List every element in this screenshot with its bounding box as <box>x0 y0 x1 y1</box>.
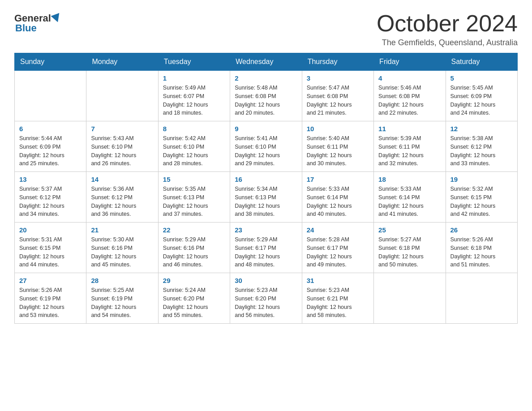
day-info: Sunrise: 5:34 AM Sunset: 6:13 PM Dayligh… <box>235 185 297 218</box>
day-info: Sunrise: 5:39 AM Sunset: 6:11 PM Dayligh… <box>378 134 441 168</box>
day-number: 16 <box>235 176 297 183</box>
calendar-day-cell: 25Sunrise: 5:27 AM Sunset: 6:18 PM Dayli… <box>374 223 446 273</box>
calendar-day-cell: 9Sunrise: 5:41 AM Sunset: 6:10 PM Daylig… <box>230 121 302 172</box>
calendar-day-cell: 24Sunrise: 5:28 AM Sunset: 6:17 PM Dayli… <box>302 223 373 273</box>
calendar-day-cell: 4Sunrise: 5:46 AM Sunset: 6:08 PM Daylig… <box>374 71 446 121</box>
day-number: 9 <box>235 125 297 133</box>
day-number: 14 <box>91 176 153 183</box>
day-info: Sunrise: 5:23 AM Sunset: 6:21 PM Dayligh… <box>307 286 369 320</box>
day-info: Sunrise: 5:37 AM Sunset: 6:12 PM Dayligh… <box>19 185 82 218</box>
day-number: 17 <box>307 176 369 183</box>
calendar-day-cell: 15Sunrise: 5:35 AM Sunset: 6:13 PM Dayli… <box>158 172 230 223</box>
day-info: Sunrise: 5:41 AM Sunset: 6:10 PM Dayligh… <box>235 134 297 168</box>
day-info: Sunrise: 5:29 AM Sunset: 6:17 PM Dayligh… <box>235 235 297 269</box>
calendar-week-row: 20Sunrise: 5:31 AM Sunset: 6:15 PM Dayli… <box>15 223 518 273</box>
day-number: 26 <box>450 226 513 234</box>
calendar-day-cell: 17Sunrise: 5:33 AM Sunset: 6:14 PM Dayli… <box>302 172 373 223</box>
day-number: 31 <box>307 277 369 284</box>
day-number: 13 <box>19 176 82 183</box>
calendar-day-cell: 11Sunrise: 5:39 AM Sunset: 6:11 PM Dayli… <box>374 121 446 172</box>
day-number: 19 <box>450 176 513 183</box>
calendar-body: 1Sunrise: 5:49 AM Sunset: 6:07 PM Daylig… <box>15 71 518 324</box>
day-of-week-header: Monday <box>86 53 158 71</box>
calendar-day-cell <box>15 71 86 121</box>
day-info: Sunrise: 5:36 AM Sunset: 6:12 PM Dayligh… <box>91 185 153 218</box>
day-number: 29 <box>163 277 225 284</box>
calendar-day-cell: 21Sunrise: 5:30 AM Sunset: 6:16 PM Dayli… <box>86 223 158 273</box>
calendar-day-cell: 1Sunrise: 5:49 AM Sunset: 6:07 PM Daylig… <box>158 71 230 121</box>
calendar-day-cell: 16Sunrise: 5:34 AM Sunset: 6:13 PM Dayli… <box>230 172 302 223</box>
day-number: 18 <box>378 176 441 183</box>
day-number: 28 <box>91 277 153 284</box>
day-number: 4 <box>378 74 441 82</box>
calendar-week-row: 6Sunrise: 5:44 AM Sunset: 6:09 PM Daylig… <box>15 121 518 172</box>
day-info: Sunrise: 5:40 AM Sunset: 6:11 PM Dayligh… <box>307 134 369 168</box>
day-info: Sunrise: 5:30 AM Sunset: 6:16 PM Dayligh… <box>91 235 153 269</box>
calendar-week-row: 1Sunrise: 5:49 AM Sunset: 6:07 PM Daylig… <box>15 71 518 121</box>
calendar-day-cell: 22Sunrise: 5:29 AM Sunset: 6:16 PM Dayli… <box>158 223 230 273</box>
day-info: Sunrise: 5:25 AM Sunset: 6:19 PM Dayligh… <box>91 286 153 320</box>
calendar-day-cell: 31Sunrise: 5:23 AM Sunset: 6:21 PM Dayli… <box>302 273 373 324</box>
day-info: Sunrise: 5:23 AM Sunset: 6:20 PM Dayligh… <box>235 286 297 320</box>
calendar-day-cell: 7Sunrise: 5:43 AM Sunset: 6:10 PM Daylig… <box>86 121 158 172</box>
calendar-day-cell: 28Sunrise: 5:25 AM Sunset: 6:19 PM Dayli… <box>86 273 158 324</box>
calendar-day-cell <box>86 71 158 121</box>
calendar-day-cell: 5Sunrise: 5:45 AM Sunset: 6:09 PM Daylig… <box>446 71 517 121</box>
day-number: 12 <box>450 125 513 133</box>
day-number: 24 <box>307 226 369 234</box>
calendar-day-cell: 23Sunrise: 5:29 AM Sunset: 6:17 PM Dayli… <box>230 223 302 273</box>
calendar-table: SundayMondayTuesdayWednesdayThursdayFrid… <box>14 53 518 324</box>
day-info: Sunrise: 5:26 AM Sunset: 6:18 PM Dayligh… <box>450 235 513 269</box>
day-number: 7 <box>91 125 153 133</box>
day-number: 30 <box>235 277 297 284</box>
calendar-day-cell: 10Sunrise: 5:40 AM Sunset: 6:11 PM Dayli… <box>302 121 373 172</box>
title-section: October 2024 The Gemfields, Queensland, … <box>377 11 518 47</box>
calendar-week-row: 13Sunrise: 5:37 AM Sunset: 6:12 PM Dayli… <box>15 172 518 223</box>
day-info: Sunrise: 5:42 AM Sunset: 6:10 PM Dayligh… <box>163 134 225 168</box>
day-info: Sunrise: 5:48 AM Sunset: 6:08 PM Dayligh… <box>235 84 297 117</box>
day-info: Sunrise: 5:38 AM Sunset: 6:12 PM Dayligh… <box>450 134 513 168</box>
day-number: 22 <box>163 226 225 234</box>
calendar-day-cell: 27Sunrise: 5:26 AM Sunset: 6:19 PM Dayli… <box>15 273 86 324</box>
day-of-week-header: Tuesday <box>158 53 230 71</box>
calendar-day-cell: 18Sunrise: 5:33 AM Sunset: 6:14 PM Dayli… <box>374 172 446 223</box>
month-title: October 2024 <box>377 11 518 36</box>
day-number: 5 <box>450 74 513 82</box>
calendar-day-cell: 13Sunrise: 5:37 AM Sunset: 6:12 PM Dayli… <box>15 172 86 223</box>
day-number: 10 <box>307 125 369 133</box>
day-number: 8 <box>163 125 225 133</box>
day-info: Sunrise: 5:29 AM Sunset: 6:16 PM Dayligh… <box>163 235 225 269</box>
day-number: 27 <box>19 277 82 284</box>
day-number: 11 <box>378 125 441 133</box>
day-info: Sunrise: 5:27 AM Sunset: 6:18 PM Dayligh… <box>378 235 441 269</box>
page-header: General Blue October 2024 The Gemfields,… <box>14 11 518 47</box>
day-of-week-header: Sunday <box>15 53 86 71</box>
day-info: Sunrise: 5:33 AM Sunset: 6:14 PM Dayligh… <box>307 185 369 218</box>
calendar-day-cell: 2Sunrise: 5:48 AM Sunset: 6:08 PM Daylig… <box>230 71 302 121</box>
day-number: 20 <box>19 226 82 234</box>
location-text: The Gemfields, Queensland, Australia <box>377 38 518 47</box>
calendar-day-cell: 8Sunrise: 5:42 AM Sunset: 6:10 PM Daylig… <box>158 121 230 172</box>
day-info: Sunrise: 5:28 AM Sunset: 6:17 PM Dayligh… <box>307 235 369 269</box>
day-info: Sunrise: 5:43 AM Sunset: 6:10 PM Dayligh… <box>91 134 153 168</box>
days-of-week-row: SundayMondayTuesdayWednesdayThursdayFrid… <box>15 53 518 71</box>
calendar-day-cell: 19Sunrise: 5:32 AM Sunset: 6:15 PM Dayli… <box>446 172 517 223</box>
calendar-day-cell: 20Sunrise: 5:31 AM Sunset: 6:15 PM Dayli… <box>15 223 86 273</box>
calendar-day-cell <box>374 273 446 324</box>
day-info: Sunrise: 5:26 AM Sunset: 6:19 PM Dayligh… <box>19 286 82 320</box>
day-info: Sunrise: 5:33 AM Sunset: 6:14 PM Dayligh… <box>378 185 441 218</box>
logo-arrow-icon <box>51 13 62 24</box>
day-number: 25 <box>378 226 441 234</box>
calendar-day-cell: 26Sunrise: 5:26 AM Sunset: 6:18 PM Dayli… <box>446 223 517 273</box>
calendar-day-cell: 29Sunrise: 5:24 AM Sunset: 6:20 PM Dayli… <box>158 273 230 324</box>
day-of-week-header: Thursday <box>302 53 373 71</box>
day-number: 6 <box>19 125 82 133</box>
calendar-header: SundayMondayTuesdayWednesdayThursdayFrid… <box>15 53 518 71</box>
day-number: 15 <box>163 176 225 183</box>
day-of-week-header: Wednesday <box>230 53 302 71</box>
day-info: Sunrise: 5:32 AM Sunset: 6:15 PM Dayligh… <box>450 185 513 218</box>
day-info: Sunrise: 5:47 AM Sunset: 6:08 PM Dayligh… <box>307 84 369 117</box>
day-number: 1 <box>163 74 225 82</box>
calendar-day-cell: 30Sunrise: 5:23 AM Sunset: 6:20 PM Dayli… <box>230 273 302 324</box>
logo: General Blue <box>14 11 62 34</box>
